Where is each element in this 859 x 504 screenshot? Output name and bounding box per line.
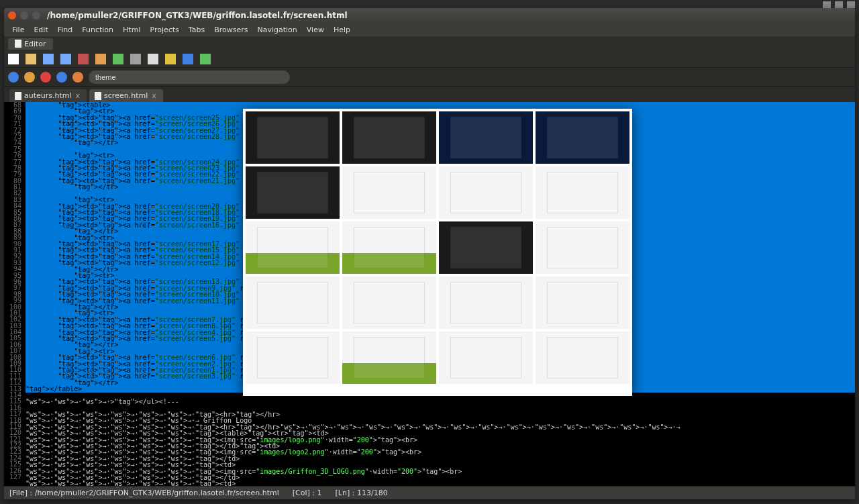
preview-gallery-popup [243, 109, 632, 396]
upper-notebook-tabs: Editor [4, 36, 855, 51]
highlight-icon[interactable] [40, 72, 51, 83]
tab-close-icon[interactable]: x [74, 91, 82, 100]
screenshot-thumbnail[interactable] [439, 221, 533, 274]
document-icon [15, 92, 21, 100]
status-ln: [Ln] : 113/180 [336, 489, 388, 497]
screenshot-thumbnail[interactable] [246, 276, 340, 329]
star-icon[interactable] [165, 54, 176, 64]
window-maximize-button[interactable] [32, 11, 40, 19]
status-file: [File] : /home/pmuller2/GRIFFON_GTK3/WEB… [9, 489, 279, 497]
menu-projects[interactable]: Projects [146, 24, 183, 36]
new-icon[interactable] [8, 54, 19, 64]
screenshot-thumbnail[interactable] [342, 221, 436, 274]
goto-icon[interactable] [24, 72, 35, 83]
search-icon[interactable] [8, 72, 19, 83]
screenshot-thumbnail[interactable] [246, 221, 340, 274]
menu-browsers[interactable]: Browsers [210, 24, 252, 36]
menu-edit[interactable]: Edit [30, 24, 52, 36]
menu-find[interactable]: Find [54, 24, 77, 36]
screenshot-thumbnail[interactable] [439, 332, 533, 384]
info-icon[interactable] [183, 54, 193, 64]
screenshot-thumbnail[interactable] [342, 111, 436, 164]
app-window: /home/pmuller2/GRIFFON_GTK3/WEB/griffon.… [4, 8, 855, 499]
screenshot-thumbnail[interactable] [536, 166, 629, 219]
editor-area: 6869707172737475767778798081828384858687… [4, 102, 855, 486]
file-tab-label: screen.html [104, 91, 148, 100]
screenshot-thumbnail[interactable] [342, 332, 436, 384]
window-close-button[interactable] [8, 11, 16, 19]
status-bar: [File] : /home/pmuller2/GRIFFON_GTK3/WEB… [4, 486, 855, 499]
screenshot-thumbnail[interactable] [246, 111, 340, 164]
window-titlebar: /home/pmuller2/GRIFFON_GTK3/WEB/griffon.… [4, 8, 855, 23]
help-q-icon[interactable] [56, 72, 67, 83]
menu-tabs[interactable]: Tabs [185, 24, 209, 36]
file-tab-screen-html[interactable]: screen.htmlx [89, 89, 163, 102]
tool-icon[interactable] [78, 54, 89, 64]
screenshot-thumbnail[interactable] [342, 276, 436, 329]
screenshot-thumbnail[interactable] [536, 221, 629, 274]
save-all-icon[interactable] [60, 54, 71, 64]
menu-help[interactable]: Help [330, 24, 354, 36]
screenshot-thumbnail[interactable] [439, 166, 533, 219]
window-minimize-button[interactable] [20, 11, 28, 19]
help-arrow-icon[interactable] [72, 72, 83, 83]
document-icon [15, 40, 21, 48]
menu-navigation[interactable]: Navigation [253, 24, 301, 36]
file-tab-auteurs-html[interactable]: auteurs.htmlx [9, 89, 87, 102]
editor-tab-label: Editor [24, 40, 46, 48]
editor-tab[interactable]: Editor [8, 38, 53, 50]
file-tab-strip: auteurs.htmlxscreen.htmlx [4, 86, 855, 102]
menu-bar: FileEditFindFunctionHtmlProjectsTabsBrow… [4, 23, 855, 36]
screenshot-thumbnail[interactable] [439, 111, 533, 164]
window-title: /home/pmuller2/GRIFFON_GTK3/WEB/griffon.… [47, 11, 348, 20]
screenshot-thumbnail[interactable] [246, 332, 340, 384]
menu-function[interactable]: Function [78, 24, 117, 36]
screenshot-thumbnail[interactable] [536, 276, 629, 329]
gear-icon[interactable] [130, 54, 141, 64]
screenshot-thumbnail[interactable] [536, 332, 629, 384]
screenshot-thumbnail[interactable] [342, 166, 436, 219]
search-toolbar [4, 67, 855, 86]
menu-html[interactable]: Html [119, 24, 144, 36]
screenshot-thumbnail[interactable] [439, 276, 533, 329]
file-tab-label: auteurs.html [24, 91, 72, 100]
plus-icon[interactable] [200, 54, 211, 64]
menu-file[interactable]: File [8, 24, 28, 36]
search-input[interactable] [89, 70, 290, 84]
open-icon[interactable] [26, 54, 36, 64]
tab-close-icon[interactable]: x [150, 91, 158, 100]
save-icon[interactable] [43, 54, 54, 64]
doc-icon[interactable] [148, 54, 158, 64]
menu-view[interactable]: View [303, 24, 328, 36]
screenshot-thumbnail[interactable] [246, 166, 340, 219]
redo-icon[interactable] [113, 54, 123, 64]
line-number-gutter: 6869707172737475767778798081828384858687… [4, 102, 26, 486]
undo-icon[interactable] [95, 54, 106, 64]
screenshot-thumbnail[interactable] [536, 111, 629, 164]
main-toolbar [4, 51, 855, 67]
document-icon [95, 92, 101, 100]
status-col: [Col] : 1 [293, 489, 322, 497]
